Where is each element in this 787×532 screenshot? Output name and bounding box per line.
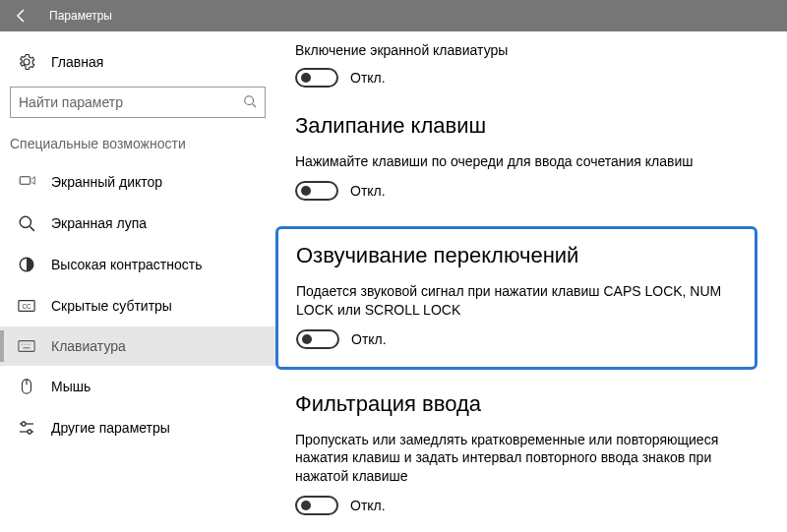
magnifier-icon	[18, 214, 35, 232]
filter-toggle[interactable]	[295, 496, 338, 515]
section-filter-keys: Фильтрация ввода Пропускать или замедлят…	[295, 391, 757, 516]
sidebar-item-mouse[interactable]: Мышь	[0, 366, 275, 407]
content-pane: Включение экранной клавиатуры Откл. Зали…	[275, 31, 787, 532]
arrow-left-icon	[14, 8, 30, 24]
gear-icon	[18, 53, 35, 71]
sticky-toggle-label: Откл.	[350, 183, 386, 199]
home-label: Главная	[51, 54, 103, 70]
svg-point-17	[22, 422, 26, 426]
sticky-toggle[interactable]	[295, 181, 338, 201]
togglekeys-heading: Озвучивание переключений	[296, 243, 737, 268]
search-icon	[243, 94, 257, 111]
sidebar-item-highcontrast[interactable]: Высокая контрастность	[0, 244, 275, 285]
mouse-icon	[18, 378, 35, 395]
sticky-desc: Нажимайте клавиши по очереди для ввода с…	[295, 152, 757, 171]
sidebar-item-narrator[interactable]: Экранный диктор	[0, 161, 275, 203]
svg-point-19	[28, 430, 31, 434]
filter-toggle-label: Откл.	[350, 498, 386, 513]
search-box[interactable]	[10, 87, 266, 118]
svg-text:CC: CC	[22, 303, 31, 310]
search-input[interactable]	[19, 94, 243, 110]
sidebar-item-keyboard[interactable]: Клавиатура	[0, 326, 275, 366]
sliders-icon	[18, 419, 35, 437]
sidebar-item-magnifier[interactable]: Экранная лупа	[0, 203, 275, 244]
section-onscreen-keyboard: Включение экранной клавиатуры Откл.	[295, 41, 757, 88]
section-sticky-keys: Залипание клавиш Нажимайте клавиши по оч…	[295, 113, 757, 201]
keyboard-icon	[18, 339, 35, 353]
togglekeys-toggle[interactable]	[296, 329, 339, 349]
svg-line-4	[30, 226, 34, 231]
sidebar-item-label: Экранный диктор	[51, 174, 162, 190]
togglekeys-toggle-label: Откл.	[351, 331, 387, 347]
section-toggle-keys: Озвучивание переключений Подается звуков…	[296, 243, 737, 349]
highlight-box: Озвучивание переключений Подается звуков…	[275, 226, 757, 370]
sidebar-item-label: Клавиатура	[51, 338, 126, 354]
captions-icon: CC	[18, 297, 35, 315]
svg-rect-2	[20, 177, 30, 185]
sidebar-item-label: Мышь	[51, 379, 91, 394]
sidebar: Главная Специальные возможности Экранный…	[0, 31, 275, 532]
home-link[interactable]: Главная	[0, 43, 275, 81]
svg-line-1	[253, 103, 257, 107]
svg-point-3	[20, 216, 30, 227]
narrator-icon	[18, 173, 35, 191]
filter-desc: Пропускать или замедлять кратковременные…	[295, 431, 757, 487]
osk-toggle-label: Откл.	[350, 70, 386, 86]
sidebar-item-label: Экранная лупа	[51, 215, 147, 231]
sidebar-item-label: Высокая контрастность	[51, 257, 202, 272]
osk-sub: Включение экранной клавиатуры	[295, 41, 757, 60]
sidebar-item-label: Скрытые субтитры	[51, 298, 172, 314]
svg-rect-8	[19, 341, 34, 352]
contrast-icon	[18, 256, 35, 273]
sidebar-item-captions[interactable]: CC Скрытые субтитры	[0, 285, 275, 326]
sticky-heading: Залипание клавиш	[295, 113, 757, 139]
filter-heading: Фильтрация ввода	[295, 391, 757, 417]
category-label: Специальные возможности	[0, 136, 275, 161]
osk-toggle[interactable]	[295, 68, 338, 88]
sidebar-item-label: Другие параметры	[51, 420, 170, 436]
svg-point-0	[245, 95, 254, 104]
back-button[interactable]	[12, 8, 31, 24]
titlebar: Параметры	[0, 0, 787, 31]
togglekeys-desc: Подается звуковой сигнал при нажатии кла…	[296, 282, 737, 320]
window-title: Параметры	[49, 9, 112, 23]
sidebar-item-other[interactable]: Другие параметры	[0, 407, 275, 448]
